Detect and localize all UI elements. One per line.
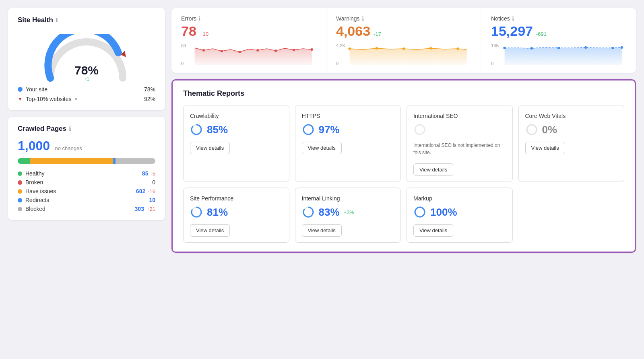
https-circle (302, 123, 315, 136)
errors-label-text: Errors (181, 15, 196, 22)
your-site-dot (18, 87, 23, 92)
notices-label-text: Notices (491, 15, 510, 22)
progress-blocked (116, 158, 155, 164)
crawlability-view-details-button[interactable]: View details (190, 142, 230, 154)
errors-chart: 83 0 (181, 43, 316, 67)
notices-card: Notices ℹ 15,297 -691 (481, 8, 636, 73)
gauge-percent-value: 78% (74, 64, 99, 76)
progress-have-issues (30, 158, 113, 164)
have-issues-change: -16 (148, 188, 155, 194)
progress-redirects (113, 158, 116, 164)
errors-card: Errors ℹ 78 +10 83 (171, 8, 326, 73)
warnings-card: Warnings ℹ 4,063 -17 (326, 8, 481, 73)
broken-value: 0 (143, 179, 155, 186)
https-score: 97% (319, 124, 340, 136)
progress-healthy (18, 158, 30, 164)
site-health-info-icon[interactable]: ℹ (56, 17, 58, 23)
errors-value-row: 78 +10 (181, 23, 316, 39)
svg-point-29 (415, 125, 425, 134)
notices-value: 15,297 (491, 23, 533, 39)
international-seo-circle (413, 123, 426, 136)
report-internal-linking-name: Internal Linking (302, 195, 394, 202)
report-crawlability-name: Crawlability (190, 113, 283, 119)
errors-change: +10 (200, 31, 208, 37)
internal-linking-change: +3% (344, 209, 354, 215)
blocked-value: 303 (132, 206, 144, 212)
svg-point-28 (303, 125, 313, 134)
svg-point-30 (527, 125, 537, 134)
crawled-item-redirects: Redirects 10 (18, 197, 155, 203)
top10-dropdown-icon[interactable]: ▾ (75, 97, 77, 102)
core-web-vitals-score: 0% (542, 124, 557, 136)
gauge-legend: Your site 78% ▼ Top-10% websites ▾ 92% (18, 86, 155, 102)
report-core-web-vitals: Core Web Vitals 0% View details (518, 105, 625, 182)
notices-change: -691 (536, 31, 547, 37)
site-health-card: Site Health ℹ 78% +1 (8, 8, 165, 110)
blocked-label: Blocked (25, 206, 45, 212)
crawled-count-value: 1,000 (18, 138, 50, 153)
warnings-chart: 4.2K 0 (336, 43, 471, 67)
report-internal-linking: Internal Linking 83% +3% View details (295, 188, 401, 243)
warnings-label: Warnings ℹ (336, 15, 471, 22)
blocked-dot (18, 207, 22, 211)
thematic-reports-card: Thematic Reports Crawlability 85% View d… (171, 79, 636, 253)
svg-text:83: 83 (181, 43, 186, 48)
top10-arrow-icon: ▼ (18, 96, 23, 102)
markup-view-details-button[interactable]: View details (413, 224, 453, 237)
warnings-change: -17 (374, 31, 381, 37)
markup-circle (413, 206, 426, 219)
crawled-pages-label: Crawled Pages (18, 125, 66, 133)
have-issues-label: Have issues (25, 188, 56, 194)
site-performance-score: 81% (207, 206, 228, 219)
have-issues-value: 602 (133, 188, 145, 194)
have-issues-dot (18, 189, 22, 194)
gauge-legend-your-site: Your site 78% (18, 86, 155, 93)
blocked-change: +21 (147, 206, 155, 212)
svg-text:0: 0 (491, 62, 493, 66)
site-health-label: Site Health (18, 16, 53, 24)
crawled-legend: Healthy 85 -5 Broken 0 (18, 170, 155, 212)
report-site-performance-name: Site Performance (190, 195, 283, 202)
report-site-performance: Site Performance 81% View details (183, 188, 289, 243)
redirects-value: 10 (143, 197, 155, 203)
international-seo-view-details-button[interactable]: View details (413, 163, 453, 176)
your-site-value: 78% (144, 86, 155, 93)
gauge-percent-change: +1 (74, 76, 99, 82)
reports-empty-slot (518, 188, 625, 243)
broken-label: Broken (25, 179, 43, 186)
gauge-percent-display: 78% +1 (74, 64, 99, 82)
notices-info-icon[interactable]: ℹ (512, 15, 514, 22)
svg-text:0: 0 (181, 62, 184, 66)
your-site-label: Your site (26, 86, 47, 93)
site-performance-view-details-button[interactable]: View details (190, 224, 230, 237)
crawled-pages-info-icon[interactable]: ℹ (69, 126, 71, 132)
markup-score: 100% (430, 206, 457, 219)
svg-text:0: 0 (336, 62, 339, 66)
international-seo-desc: International SEO is not implemented on … (413, 142, 506, 158)
crawled-pages-title: Crawled Pages ℹ (18, 125, 155, 133)
site-performance-circle (190, 206, 203, 219)
crawled-pages-card: Crawled Pages ℹ 1,000 no changes Healthy (8, 117, 165, 220)
crawled-item-broken: Broken 0 (18, 179, 155, 186)
top10-value: 92% (144, 96, 155, 102)
warnings-info-icon[interactable]: ℹ (362, 15, 364, 22)
warnings-value: 4,063 (336, 23, 370, 39)
https-view-details-button[interactable]: View details (302, 142, 342, 154)
internal-linking-view-details-button[interactable]: View details (302, 224, 342, 237)
report-markup-name: Markup (413, 195, 506, 202)
core-web-vitals-view-details-button[interactable]: View details (525, 142, 565, 154)
top10-label: Top-10% websites (26, 96, 72, 102)
warnings-value-row: 4,063 -17 (336, 23, 471, 39)
redirects-label: Redirects (25, 197, 49, 203)
errors-info-icon[interactable]: ℹ (198, 15, 200, 22)
svg-text:4.2K: 4.2K (336, 43, 345, 48)
report-https: HTTPS 97% View details (295, 105, 401, 182)
report-core-web-vitals-name: Core Web Vitals (525, 113, 618, 119)
errors-label: Errors ℹ (181, 15, 316, 22)
thematic-reports-title: Thematic Reports (183, 89, 624, 98)
broken-dot (18, 180, 22, 185)
crawled-item-blocked: Blocked 303 +21 (18, 206, 155, 212)
report-markup: Markup 100% View details (407, 188, 513, 243)
reports-grid-row1: Crawlability 85% View details HTTPS (183, 105, 624, 182)
crawlability-score: 85% (207, 124, 228, 136)
